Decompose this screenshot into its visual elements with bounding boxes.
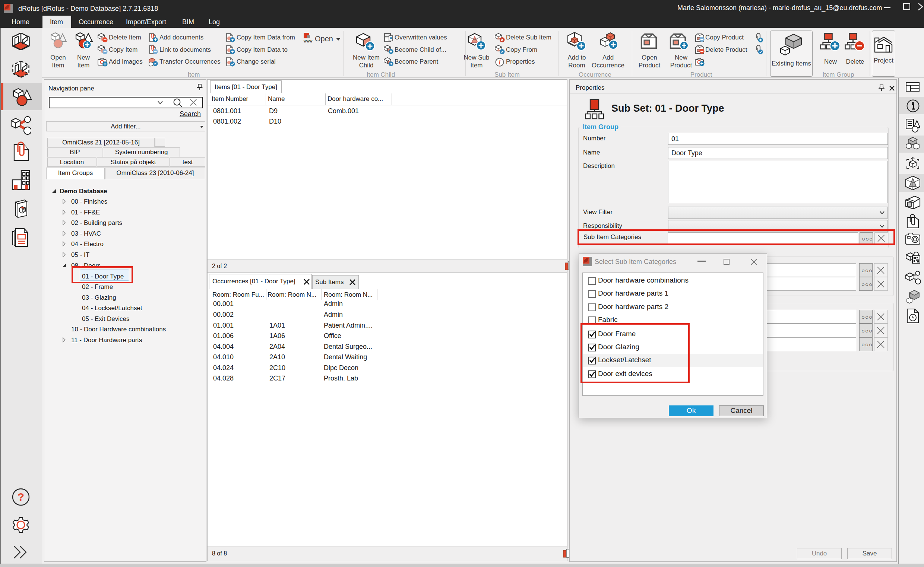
svg-text:?: ? [18, 490, 24, 503]
svg-text:i: i [499, 59, 501, 66]
svg-text:www: www [303, 39, 313, 43]
